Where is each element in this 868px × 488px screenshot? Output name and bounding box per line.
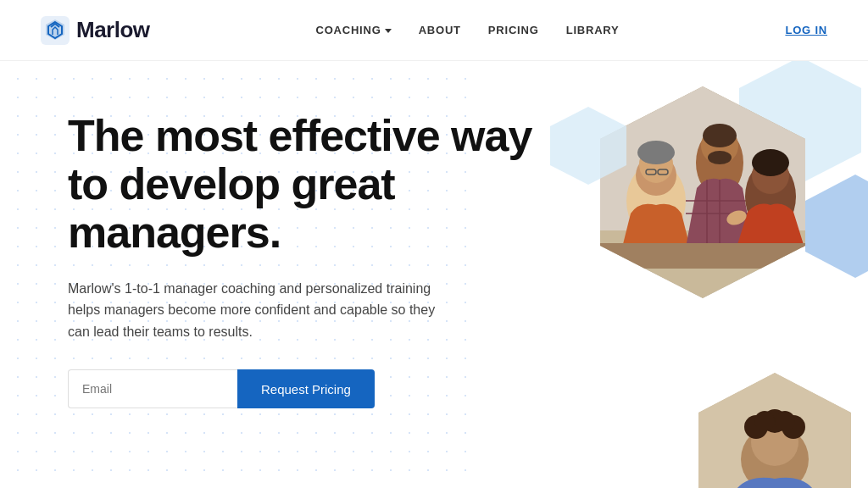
hero-subtitle: Marlow's 1-to-1 manager coaching and per…: [68, 278, 441, 343]
svg-rect-25: [588, 243, 817, 269]
svg-point-35: [775, 411, 795, 431]
logo-text: Marlow: [76, 17, 150, 43]
hero-section: The most effective way to develop great …: [0, 61, 868, 488]
login-button[interactable]: LOG IN: [785, 24, 827, 36]
nav-pricing[interactable]: PRICING: [488, 24, 539, 36]
nav-library[interactable]: LIBRARY: [566, 24, 620, 36]
hero-visual: [512, 61, 868, 488]
svg-point-10: [637, 141, 675, 164]
hex-deco-bottom: [690, 366, 860, 488]
nav-coaching[interactable]: COACHING: [315, 24, 391, 36]
logo[interactable]: Marlow: [41, 16, 150, 45]
email-input[interactable]: [68, 369, 237, 408]
hero-form: Request Pricing: [68, 369, 542, 408]
svg-point-34: [754, 411, 775, 431]
hero-content: The most effective way to develop great …: [68, 103, 542, 408]
main-nav: COACHING ABOUT PRICING LIBRARY: [315, 24, 619, 36]
header: Marlow COACHING ABOUT PRICING LIBRARY LO…: [0, 0, 868, 61]
hero-title: The most effective way to develop great …: [68, 112, 542, 258]
svg-point-16: [708, 151, 732, 164]
request-pricing-button[interactable]: Request Pricing: [237, 369, 375, 408]
nav-about[interactable]: ABOUT: [419, 24, 461, 36]
marlow-logo-icon: [41, 16, 70, 45]
svg-point-15: [703, 124, 737, 147]
svg-point-23: [752, 149, 789, 176]
hex-deco-small-left: [546, 103, 631, 188]
svg-marker-36: [550, 107, 626, 185]
coaching-dropdown-icon: [385, 29, 392, 33]
